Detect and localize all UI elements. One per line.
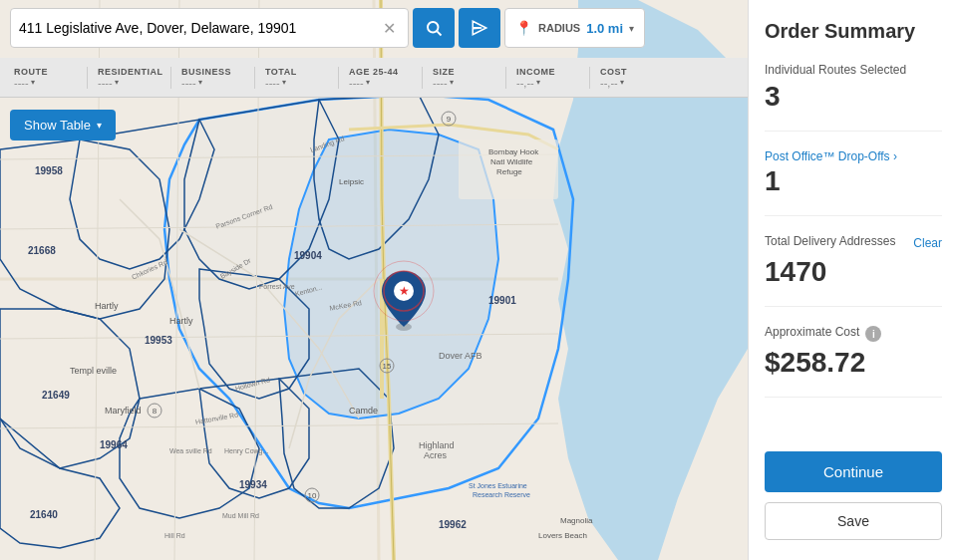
- svg-line-66: [437, 31, 441, 35]
- svg-text:Dover AFB: Dover AFB: [439, 351, 482, 361]
- continue-button[interactable]: Continue: [765, 451, 942, 492]
- filter-residential[interactable]: RESIDENTIAL ---- ▾: [92, 67, 171, 89]
- search-button[interactable]: [413, 8, 455, 48]
- individual-routes-section: Individual Routes Selected 3: [765, 63, 942, 132]
- svg-text:19901: 19901: [488, 295, 516, 306]
- svg-text:Refuge: Refuge: [496, 167, 522, 176]
- svg-text:Forrest Ave: Forrest Ave: [259, 283, 295, 290]
- locate-button[interactable]: [459, 8, 500, 48]
- svg-text:Magnolia: Magnolia: [560, 516, 593, 525]
- chevron-down-icon: ▾: [629, 23, 634, 34]
- svg-text:Leipsic: Leipsic: [339, 177, 364, 186]
- individual-routes-value: 3: [765, 81, 942, 113]
- total-delivery-label: Total Delivery Addresses: [765, 234, 895, 248]
- chevron-down-icon: ▾: [97, 120, 102, 131]
- filter-route[interactable]: ROUTE ---- ▾: [8, 67, 88, 89]
- individual-routes-label: Individual Routes Selected: [765, 63, 942, 77]
- filter-business[interactable]: BUSINESS ---- ▾: [175, 67, 255, 89]
- svg-point-65: [428, 22, 439, 33]
- post-office-value: 1: [765, 165, 942, 197]
- svg-text:Acres: Acres: [424, 450, 448, 460]
- show-table-button[interactable]: Show Table ▾: [10, 110, 116, 140]
- svg-text:Mud Mill Rd: Mud Mill Rd: [222, 512, 259, 519]
- svg-text:Templ eville: Templ eville: [70, 366, 117, 376]
- svg-text:Highland: Highland: [419, 440, 455, 450]
- clear-link[interactable]: Clear: [913, 236, 942, 250]
- search-icon: [425, 19, 443, 37]
- filter-income[interactable]: INCOME --,-- ▾: [510, 67, 590, 89]
- search-input-wrapper[interactable]: ✕: [10, 8, 409, 48]
- svg-text:Camde: Camde: [349, 406, 378, 416]
- info-icon[interactable]: i: [865, 326, 881, 342]
- svg-text:Hartly: Hartly: [169, 316, 193, 326]
- svg-text:Bombay Hook: Bombay Hook: [488, 147, 539, 156]
- show-table-label: Show Table: [24, 118, 91, 133]
- svg-text:Hill Rd: Hill Rd: [164, 532, 185, 539]
- svg-text:19964: 19964: [100, 439, 128, 450]
- svg-text:8: 8: [153, 407, 158, 416]
- filter-total[interactable]: TOTAL ---- ▾: [259, 67, 339, 89]
- approximate-cost-section: Approximate Cost i $258.72: [765, 325, 942, 398]
- search-input[interactable]: [19, 20, 379, 36]
- svg-text:9: 9: [447, 115, 452, 124]
- svg-text:Research Reserve: Research Reserve: [473, 491, 530, 498]
- order-summary-panel: Order Summary Individual Routes Selected…: [748, 0, 958, 560]
- svg-text:19962: 19962: [439, 519, 467, 530]
- radius-label: RADIUS: [538, 22, 580, 34]
- svg-marker-67: [473, 21, 486, 35]
- total-delivery-value: 1470: [765, 256, 942, 288]
- svg-text:★: ★: [399, 284, 410, 298]
- svg-text:19934: 19934: [239, 479, 267, 490]
- filter-cost[interactable]: COST --,-- ▾: [594, 67, 674, 89]
- save-button[interactable]: Save: [765, 502, 942, 540]
- svg-text:St Jones Estuarine: St Jones Estuarine: [469, 482, 527, 489]
- svg-text:21640: 21640: [30, 509, 58, 520]
- radius-button[interactable]: 📍 RADIUS 1.0 mi ▾: [504, 8, 645, 48]
- cost-header: Approximate Cost i: [765, 325, 942, 343]
- total-delivery-header: Total Delivery Addresses Clear: [765, 234, 942, 252]
- svg-text:21649: 21649: [42, 390, 70, 401]
- post-office-section: Post Office™ Drop-Offs › 1: [765, 149, 942, 216]
- filter-bar: ROUTE ---- ▾ RESIDENTIAL ---- ▾ BUSINESS…: [0, 58, 748, 98]
- svg-text:Natl Wildlife: Natl Wildlife: [490, 157, 533, 166]
- order-summary-title: Order Summary: [765, 20, 942, 43]
- svg-text:Maryfield: Maryfield: [105, 406, 142, 416]
- approximate-cost-value: $258.72: [765, 347, 942, 379]
- svg-text:21668: 21668: [28, 245, 56, 256]
- svg-text:15: 15: [383, 362, 392, 371]
- radius-value: 1.0 mi: [586, 21, 623, 36]
- svg-text:Hartly: Hartly: [95, 301, 119, 311]
- filter-size[interactable]: SIZE ---- ▾: [427, 67, 506, 89]
- svg-text:10: 10: [308, 491, 317, 500]
- filter-age-25-44[interactable]: AGE 25-44 ---- ▾: [343, 67, 423, 89]
- button-area: Continue Save: [765, 451, 942, 540]
- clear-search-button[interactable]: ✕: [379, 19, 400, 38]
- locate-icon: [471, 19, 488, 37]
- svg-text:19904: 19904: [294, 250, 322, 261]
- svg-text:Henry Cowg...: Henry Cowg...: [224, 447, 268, 455]
- post-office-link[interactable]: Post Office™ Drop-Offs ›: [765, 149, 942, 163]
- approximate-cost-label: Approximate Cost: [765, 325, 859, 339]
- pin-icon: 📍: [515, 20, 532, 36]
- svg-text:Wea sville Rd: Wea sville Rd: [169, 447, 212, 454]
- search-bar: ✕ 📍 RADIUS 1.0 mi ▾: [10, 8, 645, 48]
- svg-text:Lovers Beach: Lovers Beach: [538, 531, 587, 540]
- svg-text:19953: 19953: [145, 335, 172, 346]
- total-delivery-section: Total Delivery Addresses Clear 1470: [765, 234, 942, 307]
- svg-text:19958: 19958: [35, 165, 63, 176]
